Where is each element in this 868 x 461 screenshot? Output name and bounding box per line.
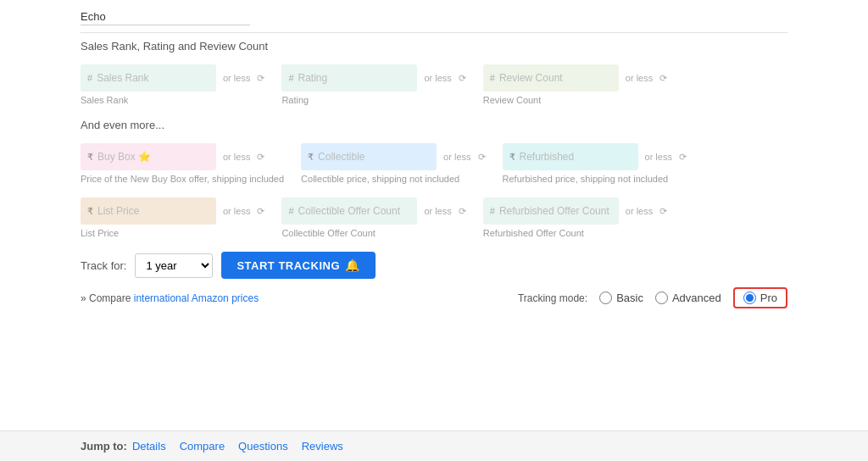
sales-rank-placeholder: Sales Rank <box>97 72 209 84</box>
refurbished-placeholder: Refurbished <box>520 151 632 163</box>
pro-radio[interactable] <box>743 292 756 304</box>
review-count-refresh-icon[interactable]: ⟳ <box>659 73 667 84</box>
basic-mode-option[interactable]: Basic <box>599 292 643 304</box>
tracking-mode-label: Tracking mode: <box>518 292 587 304</box>
refurbished-or-less: or less <box>645 152 672 162</box>
sales-rank-group: # Sales Rank or less ⟳ Sales Rank <box>81 64 264 105</box>
refurbished-offer-group: # Refurbished Offer Count or less ⟳ Refu… <box>483 197 667 238</box>
compare-international-link[interactable]: international Amazon prices <box>134 292 259 304</box>
hash-icon-collectible-offer: # <box>288 206 293 216</box>
collectible-offer-group: # Collectible Offer Count or less ⟳ Coll… <box>281 197 465 238</box>
track-duration-select[interactable]: 1 year 6 months 3 months 1 month <box>135 253 213 278</box>
refurbished-offer-input[interactable]: # Refurbished Offer Count <box>483 197 619 225</box>
collectible-sublabel: Collectible price, shipping not included <box>301 174 485 184</box>
collectible-wrapper: ₹ Collectible or less ⟳ <box>301 143 485 170</box>
rating-or-less: or less <box>424 73 451 83</box>
rating-wrapper: # Rating or less ⟳ <box>281 64 465 92</box>
list-price-refresh-icon[interactable]: ⟳ <box>257 206 264 217</box>
refurbished-offer-wrapper: # Refurbished Offer Count or less ⟳ <box>483 197 667 225</box>
jump-links: Details Compare Questions Reviews <box>132 440 343 453</box>
refurbished-offer-placeholder: Refurbished Offer Count <box>499 205 612 217</box>
start-tracking-button[interactable]: START TRACKING 🔔 <box>221 252 375 279</box>
sales-rank-refresh-icon[interactable]: ⟳ <box>257 73 264 84</box>
compare-prefix: » Compare <box>81 292 131 304</box>
tracking-mode-row: Tracking mode: Basic Advanced Pro <box>518 287 787 308</box>
sales-rank-input[interactable]: # Sales Rank <box>81 64 216 92</box>
sales-rank-sublabel: Sales Rank <box>81 95 264 105</box>
buy-box-refresh-icon[interactable]: ⟳ <box>257 152 264 163</box>
track-row: Track for: 1 year 6 months 3 months 1 mo… <box>81 252 787 279</box>
jump-link-compare[interactable]: Compare <box>180 440 225 453</box>
list-price-or-less: or less <box>223 206 250 216</box>
collectible-offer-wrapper: # Collectible Offer Count or less ⟳ <box>281 197 465 225</box>
currency-icon-buybox: ₹ <box>87 152 93 163</box>
pro-mode-option[interactable]: Pro <box>743 292 777 304</box>
echo-input[interactable] <box>81 8 250 25</box>
hash-icon-review: # <box>490 73 495 83</box>
more-section-title: And even more... <box>81 119 787 131</box>
jump-link-questions[interactable]: Questions <box>238 440 288 453</box>
currency-icon-refurbished: ₹ <box>509 152 515 163</box>
review-count-placeholder: Review Count <box>499 72 612 84</box>
currency-icon-collectible: ₹ <box>308 152 314 163</box>
rating-input[interactable]: # Rating <box>281 64 417 92</box>
collectible-offer-input[interactable]: # Collectible Offer Count <box>281 197 417 225</box>
jump-link-details[interactable]: Details <box>132 440 166 453</box>
collectible-input[interactable]: ₹ Collectible <box>301 143 437 170</box>
list-price-input[interactable]: ₹ List Price <box>81 197 216 225</box>
hash-icon-refurbished-offer: # <box>490 206 495 216</box>
refurbished-offer-refresh-icon[interactable]: ⟳ <box>659 206 667 217</box>
compare-link-section: » Compare international Amazon prices <box>81 292 259 304</box>
rating-refresh-icon[interactable]: ⟳ <box>459 73 466 84</box>
divider-top <box>81 32 787 33</box>
buy-box-input[interactable]: ₹ Buy Box ⭐ <box>81 143 216 170</box>
rating-placeholder: Rating <box>298 72 411 84</box>
review-count-group: # Review Count or less ⟳ Review Count <box>483 64 667 105</box>
buy-box-or-less: or less <box>223 152 250 162</box>
bell-icon: 🔔 <box>345 258 360 272</box>
pro-radio-label: Pro <box>760 292 777 304</box>
rating-sublabel: Rating <box>281 95 465 105</box>
list-price-group: ₹ List Price or less ⟳ List Price <box>81 197 264 238</box>
review-count-input[interactable]: # Review Count <box>483 64 619 92</box>
jump-link-reviews[interactable]: Reviews <box>302 440 343 453</box>
refurbished-input[interactable]: ₹ Refurbished <box>503 143 638 170</box>
advanced-radio[interactable] <box>655 292 668 304</box>
rating-group: # Rating or less ⟳ Rating <box>281 64 465 105</box>
collectible-offer-sublabel: Collectible Offer Count <box>281 228 465 238</box>
jump-to-label: Jump to: <box>81 440 127 453</box>
collectible-offer-or-less: or less <box>424 206 451 216</box>
currency-icon-listprice: ₹ <box>87 206 93 217</box>
buy-box-sublabel: Price of the New Buy Box offer, shipping… <box>81 174 284 184</box>
buy-box-group: ₹ Buy Box ⭐ or less ⟳ Price of the New B… <box>81 143 284 184</box>
list-price-wrapper: ₹ List Price or less ⟳ <box>81 197 264 225</box>
compare-tracking-row: » Compare international Amazon prices Tr… <box>81 287 787 308</box>
collectible-offer-refresh-icon[interactable]: ⟳ <box>459 206 466 217</box>
sales-rank-wrapper: # Sales Rank or less ⟳ <box>81 64 264 92</box>
echo-section <box>81 8 787 25</box>
buy-box-placeholder: Buy Box ⭐ <box>97 151 209 163</box>
advanced-radio-label: Advanced <box>672 292 721 304</box>
start-tracking-label: START TRACKING <box>236 259 340 272</box>
more-fields-row2: ₹ List Price or less ⟳ List Price # Coll… <box>81 197 787 238</box>
more-fields-row1: ₹ Buy Box ⭐ or less ⟳ Price of the New B… <box>81 143 787 184</box>
refurbished-refresh-icon[interactable]: ⟳ <box>679 152 687 163</box>
refurbished-offer-or-less: or less <box>626 206 653 216</box>
basic-radio-label: Basic <box>616 292 643 304</box>
collectible-offer-placeholder: Collectible Offer Count <box>298 205 411 217</box>
refurbished-wrapper: ₹ Refurbished or less ⟳ <box>503 143 687 170</box>
advanced-mode-option[interactable]: Advanced <box>655 292 721 304</box>
basic-radio[interactable] <box>599 292 612 304</box>
buy-box-wrapper: ₹ Buy Box ⭐ or less ⟳ <box>81 143 284 170</box>
bottom-bar: Jump to: Details Compare Questions Revie… <box>0 430 868 461</box>
sales-rank-or-less: or less <box>223 73 250 83</box>
collectible-or-less: or less <box>443 152 470 162</box>
collectible-group: ₹ Collectible or less ⟳ Collectible pric… <box>301 143 485 184</box>
collectible-refresh-icon[interactable]: ⟳ <box>478 152 486 163</box>
sales-section: Sales Rank, Rating and Review Count # Sa… <box>81 40 787 105</box>
review-count-sublabel: Review Count <box>483 95 667 105</box>
refurbished-offer-sublabel: Refurbished Offer Count <box>483 228 667 238</box>
more-section: And even more... ₹ Buy Box ⭐ or less ⟳ P… <box>81 119 787 238</box>
list-price-placeholder: List Price <box>97 205 209 217</box>
review-count-wrapper: # Review Count or less ⟳ <box>483 64 667 92</box>
